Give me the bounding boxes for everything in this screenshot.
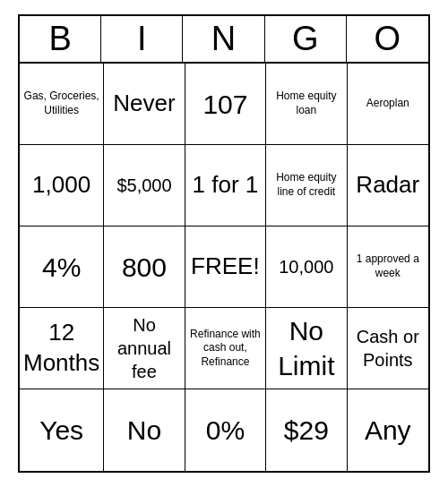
bingo-cell: 1,000: [20, 145, 104, 226]
cell-text: No: [127, 413, 161, 448]
bingo-cell: 0%: [185, 389, 266, 471]
cell-text: $5,000: [116, 174, 171, 197]
cell-text: 800: [122, 250, 167, 285]
bingo-cell: No Limit: [266, 308, 347, 389]
bingo-cell: $29: [266, 389, 347, 471]
cell-text: Any: [365, 413, 411, 448]
bingo-cell: Radar: [348, 145, 428, 226]
bingo-card: BINGO Gas, Groceries, UtilitiesNever107H…: [18, 14, 430, 473]
bingo-cell: No: [104, 389, 185, 471]
header-letter: G: [265, 16, 347, 62]
bingo-cell: Never: [104, 64, 185, 145]
bingo-cell: Gas, Groceries, Utilities: [20, 64, 104, 145]
bingo-cell: Refinance with cash out, Refinance: [185, 308, 266, 389]
cell-text: 1,000: [32, 170, 90, 201]
bingo-cell: 107: [185, 64, 266, 145]
cell-text: 1 for 1: [193, 170, 259, 201]
cell-text: 10,000: [279, 255, 333, 278]
cell-text: Gas, Groceries, Utilities: [23, 90, 99, 117]
cell-text: Aeroplan: [366, 97, 409, 111]
cell-text: Home equity loan: [270, 90, 342, 117]
cell-text: 12 Months: [23, 318, 99, 379]
cell-text: 0%: [206, 413, 245, 448]
cell-text: FREE!: [191, 252, 260, 282]
bingo-cell: 4%: [20, 226, 104, 308]
bingo-cell: 1 for 1: [185, 145, 266, 226]
bingo-cell: Aeroplan: [348, 64, 428, 145]
bingo-cell: 1 approved a week: [348, 226, 428, 308]
bingo-cell: Any: [348, 389, 428, 471]
cell-text: Cash or Points: [351, 325, 425, 372]
bingo-cell: No annual fee: [104, 308, 185, 389]
bingo-cell: Cash or Points: [348, 308, 428, 389]
cell-text: Yes: [39, 413, 83, 448]
bingo-cell: 12 Months: [20, 308, 104, 389]
cell-text: 107: [202, 87, 247, 122]
cell-text: Home equity line of credit: [270, 171, 342, 199]
header-letter: N: [183, 16, 264, 62]
bingo-cell: Home equity loan: [266, 64, 347, 145]
bingo-cell: $5,000: [104, 145, 185, 226]
cell-text: Refinance with cash out, Refinance: [189, 328, 262, 370]
bingo-cell: 800: [104, 226, 185, 308]
bingo-cell: 10,000: [266, 226, 347, 308]
cell-text: 4%: [42, 250, 81, 285]
cell-text: Never: [113, 89, 175, 119]
bingo-cell: Yes: [20, 389, 104, 471]
cell-text: $29: [284, 413, 329, 448]
bingo-header: BINGO: [20, 16, 428, 64]
bingo-cell: FREE!: [185, 226, 266, 308]
cell-text: 1 approved a week: [351, 252, 425, 280]
header-letter: B: [20, 16, 101, 62]
header-letter: O: [347, 16, 428, 62]
cell-text: No annual fee: [108, 313, 180, 383]
bingo-cell: Home equity line of credit: [266, 145, 347, 226]
cell-text: No Limit: [270, 313, 342, 383]
header-letter: I: [101, 16, 183, 62]
bingo-grid: Gas, Groceries, UtilitiesNever107Home eq…: [20, 64, 428, 471]
cell-text: Radar: [356, 170, 419, 201]
